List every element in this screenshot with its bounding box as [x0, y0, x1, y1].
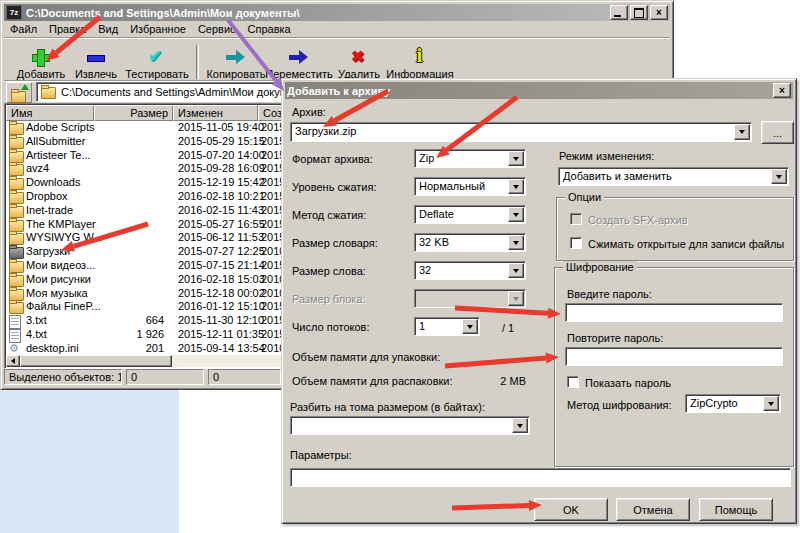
folder-icon	[9, 192, 24, 204]
test-button[interactable]: Тестировать	[122, 43, 192, 80]
file-name: AllSubmitter	[26, 135, 85, 148]
ok-button[interactable]: OK	[534, 498, 608, 521]
copy-button[interactable]: Копировать	[205, 43, 267, 80]
menu-item-6[interactable]: Справка	[242, 23, 297, 35]
file-modified: 2016-01-12 15:10	[178, 300, 265, 313]
parameters-label: Параметры:	[290, 449, 352, 461]
folder-icon	[9, 302, 24, 314]
block-size-combo	[414, 289, 526, 308]
help-button-label: Помощь	[715, 504, 758, 516]
file-name: Моя музыка	[26, 287, 88, 300]
encryption-method-dropdown[interactable]	[763, 396, 779, 411]
update-mode-combo[interactable]: Добавить и заменить	[558, 167, 789, 186]
scroll-left-icon	[11, 358, 15, 364]
repeat-password-input[interactable]	[565, 347, 783, 366]
split-volumes-label: Разбить на тома размером (в байтах):	[290, 401, 485, 413]
minimize-button[interactable]	[610, 5, 628, 20]
test-button-label: Тестировать	[125, 68, 189, 80]
add-button-label: Добавить	[17, 68, 66, 80]
menu-item-1[interactable]: Файл	[4, 23, 43, 35]
show-password-checkbox[interactable]	[567, 376, 579, 388]
file-modified: 2015-07-27 12:25	[178, 245, 265, 258]
threads-combo-label: Число потоков:	[292, 321, 370, 333]
word-size-combo-label: Размер слова:	[292, 265, 366, 277]
info-button[interactable]: Информация	[387, 43, 453, 80]
move-button[interactable]: Переместить	[267, 43, 331, 80]
file-size: 1 926	[92, 328, 164, 341]
archive-format-combo-dropdown[interactable]	[508, 151, 524, 166]
folder-icon	[9, 164, 24, 176]
toolbar-separator	[196, 45, 199, 79]
threads-max-label: / 1	[502, 322, 514, 334]
word-size-combo-dropdown[interactable]	[508, 263, 524, 278]
7zip-app-icon: 7z	[6, 5, 22, 20]
add-to-archive-dialog: Добавить к архиву × Архив: Загрузки.zip …	[281, 78, 797, 524]
scrollbar-thumb[interactable]	[20, 355, 172, 367]
file-modified: 2015-11-05 19:40	[178, 121, 264, 134]
help-button[interactable]: Помощь	[699, 498, 773, 521]
update-mode-dropdown[interactable]	[771, 169, 787, 184]
enter-password-input[interactable]	[565, 303, 783, 322]
file-name: 4.txt	[26, 328, 47, 341]
close-button[interactable]: ×	[650, 5, 668, 20]
compress-shared-files-checkbox[interactable]	[570, 237, 582, 249]
memory-row-1-label: Объем памяти для упаковки:	[292, 351, 440, 363]
archive-name-combo[interactable]: Загрузки.zip	[290, 122, 752, 142]
maximize-button[interactable]	[630, 5, 648, 20]
up-one-level-button[interactable]	[6, 82, 32, 103]
extract-button[interactable]: Извлечь	[70, 43, 122, 80]
file-modified: 2015-12-11 01:35	[178, 328, 264, 341]
split-volumes-combo[interactable]	[290, 416, 530, 435]
memory-row-2-value: 2 MB	[442, 375, 526, 387]
options-group-title: Опции	[565, 191, 604, 203]
cancel-button[interactable]: Отмена	[616, 498, 690, 521]
menu-item-5[interactable]: Сервис	[192, 23, 242, 35]
compression-method-combo-dropdown[interactable]	[508, 207, 524, 222]
file-modified: 2015-09-14 13:54	[178, 342, 265, 355]
file-modified: 2015-05-29 15:15	[178, 135, 265, 148]
word-size-combo-value: 32	[419, 264, 431, 276]
info-i-icon	[409, 48, 431, 67]
file-name: The KMPlayer	[26, 218, 96, 231]
minimize-icon	[614, 15, 621, 17]
threads-combo[interactable]: 1	[414, 317, 480, 336]
split-combo-dropdown[interactable]	[512, 418, 528, 433]
compression-level-combo-dropdown[interactable]	[508, 179, 524, 194]
dialog-close-button[interactable]: ×	[773, 83, 791, 98]
add-button[interactable]: Добавить	[12, 43, 70, 80]
word-size-combo[interactable]: 32	[414, 261, 526, 280]
compression-method-combo[interactable]: Deflate	[414, 205, 526, 224]
folder-icon	[9, 261, 24, 273]
file-modified: 2016-02-18 15:03	[178, 273, 265, 286]
dictionary-size-combo-dropdown[interactable]	[508, 235, 524, 250]
archive-format-combo[interactable]: Zip	[414, 149, 526, 168]
compression-level-combo-value: Нормальный	[419, 180, 485, 192]
threads-combo-dropdown[interactable]	[462, 319, 478, 334]
main-toolbar: ДобавитьИзвлечьТестироватьКопироватьПере…	[4, 37, 670, 82]
menu-item-3[interactable]: Вид	[92, 23, 124, 35]
parameters-input[interactable]	[290, 468, 791, 487]
options-group: Опции Создать SFX-архивСжимать открытые …	[556, 197, 794, 261]
compression-level-combo[interactable]: Нормальный	[414, 177, 526, 196]
file-name: Dropbox	[26, 190, 68, 203]
column-header-2[interactable]: Размер	[94, 105, 173, 121]
browse-button[interactable]: ...	[761, 121, 794, 144]
dialog-titlebar[interactable]: Добавить к архиву ×	[285, 82, 793, 99]
menu-item-2[interactable]: Правка	[43, 23, 92, 35]
scroll-left-button[interactable]	[6, 355, 20, 367]
column-header-1[interactable]: Имя	[6, 105, 94, 121]
archive-combo-dropdown[interactable]	[734, 124, 750, 140]
chevron-down-icon	[513, 157, 519, 161]
chevron-down-icon	[739, 130, 745, 134]
chevron-down-icon	[513, 297, 519, 301]
encryption-method-combo[interactable]: ZipCrypto	[685, 394, 781, 413]
delete-button[interactable]: Удалить	[331, 43, 387, 80]
file-modified: 2015-06-12 11:53	[178, 231, 264, 244]
file-name: avz4	[26, 162, 49, 175]
menu-item-4[interactable]: Избранное	[124, 23, 192, 35]
dictionary-size-combo[interactable]: 32 KB	[414, 233, 526, 252]
folder-up-icon	[11, 91, 26, 103]
main-window-title: C:\Documents and Settings\Admin\Мои доку…	[26, 7, 608, 19]
main-titlebar[interactable]: 7z C:\Documents and Settings\Admin\Мои д…	[4, 4, 670, 21]
column-header-3[interactable]: Изменен	[173, 105, 258, 121]
